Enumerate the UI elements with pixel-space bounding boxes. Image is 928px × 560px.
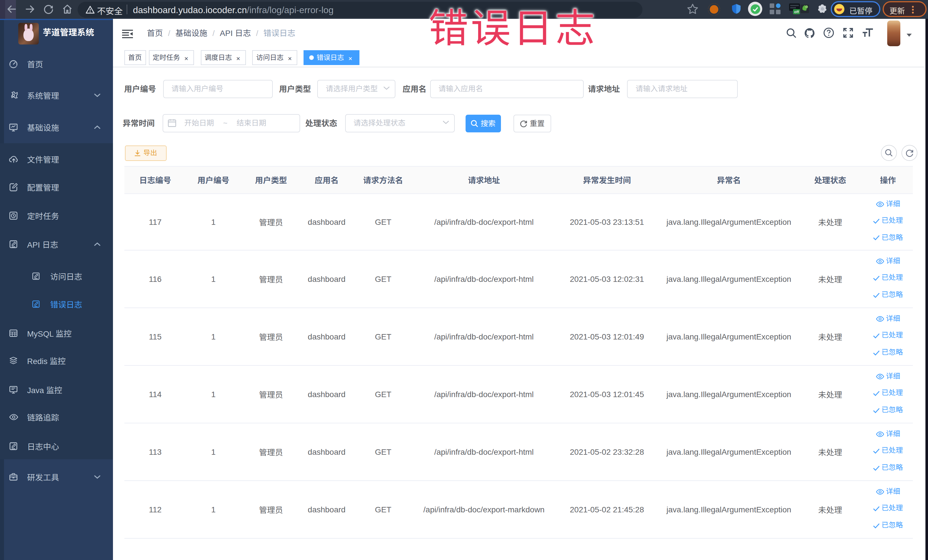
svg-text:off: off [794, 10, 799, 14]
